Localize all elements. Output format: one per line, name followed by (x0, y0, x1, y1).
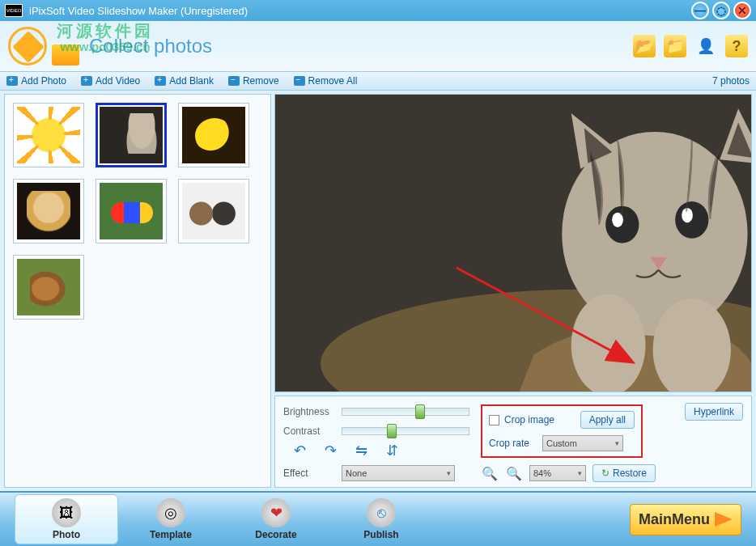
maximize-button[interactable]: ◌ (712, 2, 730, 19)
account-icon[interactable]: 👤 (694, 35, 717, 57)
template-step-icon: ◎ (156, 498, 185, 527)
thumbnail-6[interactable]: 6 (178, 179, 249, 243)
restore-button[interactable]: ↻Restore (592, 464, 656, 482)
step-decorate[interactable]: ❤ Decorate (223, 498, 329, 540)
window-title: iPixSoft Video Slideshow Maker (Unregist… (29, 5, 688, 17)
contrast-slider[interactable] (342, 427, 469, 435)
zoom-in-button[interactable]: 🔍 (481, 465, 499, 481)
toolbar: Add Photo Add Video Add Blank Remove Rem… (0, 71, 756, 91)
step-publish[interactable]: ⎋ Publish (329, 498, 434, 540)
thumb-image (100, 183, 163, 239)
remove-button[interactable]: Remove (228, 75, 279, 87)
step-photo[interactable]: 🖼 Photo (15, 494, 118, 544)
close-button[interactable]: ✕ (733, 2, 751, 19)
crop-image-checkbox[interactable] (489, 415, 499, 425)
brightness-slider[interactable] (342, 408, 469, 416)
thumbnail-5[interactable]: 5 (96, 179, 167, 243)
thumbnail-1[interactable]: 1 (13, 103, 84, 167)
hyperlink-button[interactable]: Hyperlink (685, 403, 743, 421)
contrast-label: Contrast (283, 425, 335, 437)
flip-vertical-button[interactable]: ⇵ (380, 442, 403, 459)
thumb-image (17, 259, 80, 315)
thumbnail-7[interactable]: 7 (13, 255, 84, 320)
thumbnail-3[interactable]: 3 (178, 103, 249, 167)
chevron-down-icon: ▾ (578, 469, 582, 477)
photo-count: 7 photos (712, 75, 750, 87)
svg-point-4 (675, 201, 708, 239)
minus-icon (228, 76, 240, 86)
adjust-panel: Brightness Contrast ↶ ↷ ⇋ ⇵ Crop image A… (274, 396, 752, 488)
logo-icon (8, 27, 47, 66)
rotate-left-button[interactable]: ↶ (288, 442, 311, 459)
rotate-right-button[interactable]: ↷ (319, 442, 342, 459)
crop-image-label: Crop image (504, 414, 554, 425)
add-photo-button[interactable]: Add Photo (6, 75, 66, 87)
chevron-down-icon: ▾ (447, 469, 451, 477)
flip-horizontal-button[interactable]: ⇋ (350, 442, 372, 459)
titlebar: VIDEO iPixSoft Video Slideshow Maker (Un… (0, 0, 756, 21)
thumb-image (100, 107, 163, 163)
zoom-select[interactable]: 84%▾ (529, 465, 586, 481)
decorate-step-icon: ❤ (261, 498, 291, 527)
brightness-label: Brightness (283, 406, 335, 417)
plus-icon (81, 76, 92, 86)
thumbnail-2[interactable]: 2 (96, 103, 167, 167)
workarea: 1234567 (0, 91, 756, 491)
apply-all-button[interactable]: Apply all (580, 411, 635, 429)
thumb-image (17, 107, 80, 163)
effect-select[interactable]: None▾ (342, 465, 455, 481)
play-icon (715, 512, 733, 527)
restore-icon: ↻ (601, 468, 609, 479)
thumb-image (182, 183, 245, 239)
publish-step-icon: ⎋ (367, 498, 396, 527)
preview-area[interactable] (274, 94, 752, 392)
crop-rate-select[interactable]: Custom▾ (542, 435, 623, 451)
right-pane: Brightness Contrast ↶ ↷ ⇋ ⇵ Crop image A… (274, 94, 752, 488)
chevron-down-icon: ▾ (615, 439, 619, 447)
save-project-icon[interactable]: 📁 (664, 35, 686, 57)
add-video-button[interactable]: Add Video (81, 75, 140, 87)
svg-point-7 (571, 294, 646, 392)
plus-icon (155, 76, 166, 86)
thumb-image (182, 107, 245, 163)
step-template[interactable]: ◎ Template (118, 498, 223, 540)
help-icon[interactable]: ? (725, 35, 748, 57)
logo-sub-icon (52, 44, 79, 66)
header: Collect photos 河源软件园 www.pc0359.cn 📂 📁 👤… (0, 21, 756, 71)
minus-icon (294, 76, 305, 86)
thumb-image (17, 183, 80, 239)
thumbnail-4[interactable]: 4 (13, 179, 84, 243)
add-blank-button[interactable]: Add Blank (155, 75, 214, 87)
thumbnail-pane: 1234567 (4, 94, 271, 488)
bottombar: 🖼 Photo ◎ Template ❤ Decorate ⎋ Publish … (0, 491, 756, 546)
plus-icon (6, 76, 18, 86)
crop-annotation-box: Crop image Apply all Crop rate Custom▾ (481, 404, 643, 458)
crop-rate-label: Crop rate (489, 438, 537, 449)
page-title: Collect photos (89, 35, 212, 57)
zoom-out-button[interactable]: 🔍 (505, 465, 523, 481)
app-icon: VIDEO (5, 4, 23, 17)
main-menu-button[interactable]: MainMenu (630, 504, 741, 535)
photo-step-icon: 🖼 (52, 498, 81, 527)
minimize-button[interactable]: — (691, 2, 709, 19)
effect-label: Effect (283, 468, 335, 479)
open-project-icon[interactable]: 📂 (633, 35, 656, 57)
remove-all-button[interactable]: Remove All (294, 75, 358, 87)
